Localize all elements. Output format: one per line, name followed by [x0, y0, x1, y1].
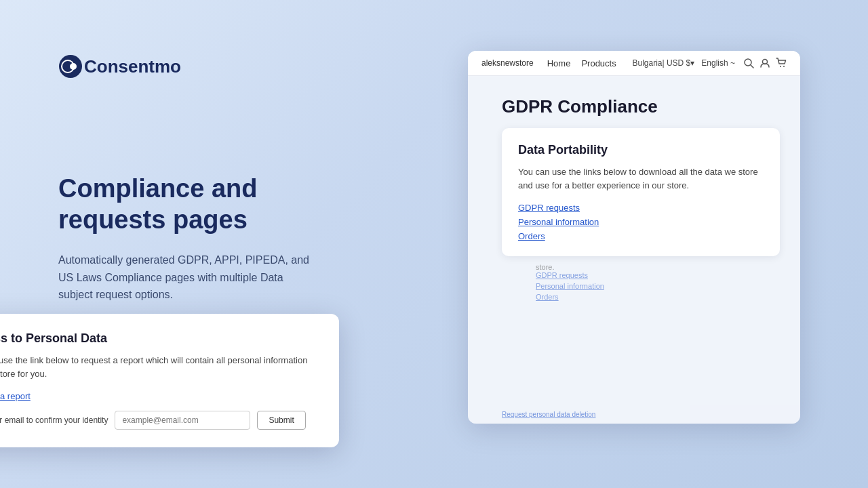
subtext: Automatically generated GDPR, APPI, PIPE…: [58, 251, 316, 304]
bg-orders-link: Orders: [536, 293, 746, 301]
svg-point-6: [780, 66, 781, 67]
page-title: GDPR Compliance: [502, 96, 780, 117]
floating-card: Access to Personal Data You can use the …: [0, 314, 339, 447]
nav-right: Bulgaria| USD $▾ English ~: [632, 58, 787, 68]
delete-data-link[interactable]: Request personal data deletion: [502, 411, 595, 418]
card-description: You can use the links below to download …: [518, 165, 764, 192]
nav-link-products[interactable]: Products: [581, 58, 616, 68]
language[interactable]: English ~: [701, 58, 735, 68]
bottom-bar: Request personal data deletion: [468, 405, 800, 424]
nav-links: Home Products: [547, 58, 616, 68]
nav-bar: aleksnewstore Home Products Bulgaria| US…: [468, 51, 800, 76]
svg-point-2: [70, 63, 77, 70]
nav-link-home[interactable]: Home: [547, 58, 571, 68]
bg-gdpr-link: GDPR requests: [536, 271, 746, 279]
gdpr-requests-link[interactable]: GDPR requests: [518, 203, 764, 213]
data-portability-card: Data Portability You can use the links b…: [502, 128, 780, 256]
logo: Consentmo: [58, 54, 357, 79]
email-input[interactable]: [115, 411, 250, 430]
browser-mockup: aleksnewstore Home Products Bulgaria| US…: [468, 51, 800, 424]
personal-information-link[interactable]: Personal information: [518, 217, 764, 227]
logo-text: Consentmo: [84, 56, 181, 77]
bg-personal-link: Personal information: [536, 282, 746, 290]
page-content: GDPR Compliance Data Portability You can…: [468, 76, 800, 317]
cart-icon[interactable]: [776, 58, 787, 68]
left-panel: Consentmo Compliance and requests pages …: [58, 54, 357, 304]
floating-card-title: Access to Personal Data: [0, 331, 320, 346]
submit-button[interactable]: Submit: [257, 411, 305, 430]
nav-icons: [743, 58, 787, 68]
headline: Compliance and requests pages: [58, 174, 357, 235]
request-report-link[interactable]: Request a report: [0, 391, 320, 401]
orders-link[interactable]: Orders: [518, 231, 764, 241]
card-links: GDPR requests Personal information Order…: [518, 203, 764, 241]
bg-content: store. GDPR requests Personal informatio…: [502, 263, 780, 301]
card-title: Data Portability: [518, 143, 764, 157]
nav-left: aleksnewstore Home Products: [481, 58, 616, 68]
user-icon[interactable]: [760, 58, 770, 68]
floating-card-desc: You can use the link below to request a …: [0, 354, 320, 380]
bg-store-text: store.: [536, 263, 555, 271]
search-icon[interactable]: [743, 58, 754, 68]
email-row: Enter your email to confirm your identit…: [0, 411, 320, 430]
logo-icon: [58, 54, 83, 79]
currency-lang: Bulgaria| USD $▾ English ~: [632, 58, 735, 68]
store-name: aleksnewstore: [481, 58, 534, 68]
svg-point-7: [783, 66, 785, 67]
email-label: Enter your email to confirm your identit…: [0, 415, 108, 425]
currency[interactable]: Bulgaria| USD $▾: [632, 58, 694, 68]
svg-line-4: [751, 65, 753, 68]
